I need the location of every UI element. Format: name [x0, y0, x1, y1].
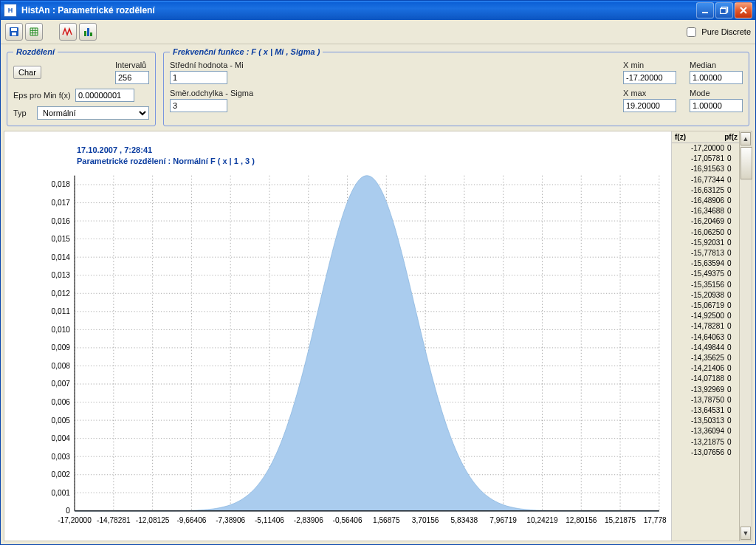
sigma-label: Směr.odchylka - Sigma [170, 89, 253, 97]
svg-text:0,017: 0,017 [52, 197, 70, 207]
sigma-input[interactable] [170, 99, 227, 112]
svg-text:-2,83906: -2,83906 [294, 515, 323, 524]
svg-rect-2 [721, 9, 726, 14]
svg-text:0,010: 0,010 [52, 324, 70, 334]
plot-area: 00,0010,0020,0030,0040,0050,0060,0070,00… [22, 171, 667, 536]
distribution-panel: Rozdělení Char Intervalů Eps pro Min f(x… [7, 47, 156, 126]
table-row[interactable]: -13,218750 [672, 437, 739, 448]
mode-label: Mode [690, 89, 743, 97]
parameter-panels: Rozdělení Char Intervalů Eps pro Min f(x… [1, 44, 755, 131]
toolbar: Pure Discrete [1, 20, 755, 44]
svg-text:10,24219: 10,24219 [526, 515, 557, 524]
table-row[interactable]: -14,356250 [672, 353, 739, 363]
median-input[interactable] [690, 71, 743, 84]
maximize-button[interactable] [715, 2, 733, 18]
svg-text:0,015: 0,015 [52, 233, 70, 243]
table-row[interactable]: -15,067190 [672, 301, 739, 311]
xmin-input[interactable] [623, 71, 676, 84]
table-row[interactable]: -13,645310 [672, 405, 739, 416]
table-row[interactable]: -14,782810 [672, 321, 739, 332]
window-title: HistAn : Parametrické rozdělení [21, 5, 155, 16]
svg-text:17,77813: 17,77813 [644, 515, 667, 524]
svg-rect-8 [90, 32, 92, 36]
close-button[interactable] [735, 2, 752, 18]
svg-rect-7 [87, 28, 89, 36]
char-button[interactable]: Char [13, 66, 41, 79]
svg-rect-0 [702, 12, 708, 13]
table-row[interactable]: -17,200000 [672, 143, 739, 154]
xmax-input[interactable] [623, 99, 676, 112]
eps-input[interactable] [75, 89, 134, 102]
side-col-fz: f(z) [673, 133, 724, 141]
table-row[interactable]: -17,057810 [672, 154, 739, 164]
table-row[interactable]: -15,778130 [672, 248, 739, 258]
table-row[interactable]: -13,503130 [672, 416, 739, 426]
function-legend: Frekvenční funkce : F ( x | Mi , Sigma ) [170, 47, 323, 56]
table-row[interactable]: -16,631250 [672, 185, 739, 196]
pure-discrete-checkbox[interactable]: Pure Discrete [684, 25, 751, 39]
svg-text:0,004: 0,004 [52, 433, 70, 442]
scroll-thumb[interactable] [740, 147, 752, 179]
table-row[interactable]: -14,640630 [672, 332, 739, 343]
svg-text:0,006: 0,006 [52, 397, 70, 406]
typ-select[interactable]: Normální [37, 106, 149, 120]
bar-chart-icon[interactable] [79, 23, 97, 41]
svg-text:0,018: 0,018 [52, 179, 70, 189]
table-row[interactable]: -15,209380 [672, 290, 739, 301]
grid-icon[interactable] [25, 23, 43, 41]
side-table-body: -17,200000-17,057810-16,915630-16,773440… [672, 143, 739, 541]
svg-text:-0,56406: -0,56406 [333, 515, 362, 524]
minimize-button[interactable] [696, 2, 714, 18]
table-row[interactable]: -16,773440 [672, 175, 739, 185]
svg-text:-12,08125: -12,08125 [136, 515, 170, 524]
svg-rect-6 [84, 31, 86, 36]
svg-text:0: 0 [66, 505, 70, 515]
mode-input[interactable] [690, 99, 743, 112]
svg-rect-4 [11, 28, 17, 31]
table-row[interactable]: -14,071880 [672, 374, 739, 384]
svg-text:0,005: 0,005 [52, 415, 70, 425]
title-bar: H HistAn : Parametrické rozdělení [1, 1, 755, 20]
mean-label: Střední hodnota - Mi [170, 61, 253, 69]
plot-panel: 17.10.2007 , 7:28:41 Parametrické rozděl… [4, 131, 671, 541]
svg-text:0,007: 0,007 [52, 379, 70, 388]
table-row[interactable]: -16,204690 [672, 216, 739, 227]
svg-text:0,009: 0,009 [52, 342, 70, 352]
table-row[interactable]: -15,493750 [672, 269, 739, 279]
table-row[interactable]: -16,915630 [672, 164, 739, 174]
scroll-down-icon[interactable]: ▼ [740, 527, 751, 540]
table-row[interactable]: -14,498440 [672, 343, 739, 353]
svg-text:-9,66406: -9,66406 [176, 515, 206, 524]
save-icon[interactable] [5, 23, 23, 41]
table-row[interactable]: -14,214060 [672, 363, 739, 374]
svg-text:0,012: 0,012 [52, 288, 70, 298]
table-row[interactable]: -13,787500 [672, 395, 739, 405]
chart-wave-icon[interactable] [59, 23, 77, 41]
table-row[interactable]: -16,346880 [672, 206, 739, 216]
typ-label: Typ [13, 109, 32, 117]
svg-text:3,70156: 3,70156 [412, 515, 439, 524]
mean-input[interactable] [170, 71, 227, 84]
table-row[interactable]: -14,925000 [672, 311, 739, 321]
svg-rect-5 [12, 32, 16, 35]
svg-text:0,011: 0,011 [52, 306, 70, 315]
side-scrollbar[interactable]: ▲ ▼ [739, 131, 752, 541]
svg-text:7,96719: 7,96719 [489, 515, 517, 524]
svg-text:1,56875: 1,56875 [373, 515, 400, 524]
table-row[interactable]: -15,920310 [672, 238, 739, 248]
svg-text:-7,38906: -7,38906 [216, 515, 245, 524]
pure-discrete-input[interactable] [687, 27, 696, 37]
table-row[interactable]: -13,360940 [672, 426, 739, 436]
scroll-up-icon[interactable]: ▲ [740, 132, 751, 145]
table-row[interactable]: -15,635940 [672, 258, 739, 269]
svg-text:5,83438: 5,83438 [451, 515, 478, 524]
svg-text:0,003: 0,003 [52, 451, 70, 461]
table-row[interactable]: -15,351560 [672, 280, 739, 290]
table-row[interactable]: -16,062500 [672, 227, 739, 238]
intervals-input[interactable] [115, 71, 149, 84]
svg-text:-17,20000: -17,20000 [58, 515, 92, 524]
table-row[interactable]: -16,489060 [672, 196, 739, 206]
table-row[interactable]: -13,929690 [672, 385, 739, 395]
table-row[interactable]: -13,076560 [672, 448, 739, 458]
svg-text:0,001: 0,001 [52, 487, 70, 497]
